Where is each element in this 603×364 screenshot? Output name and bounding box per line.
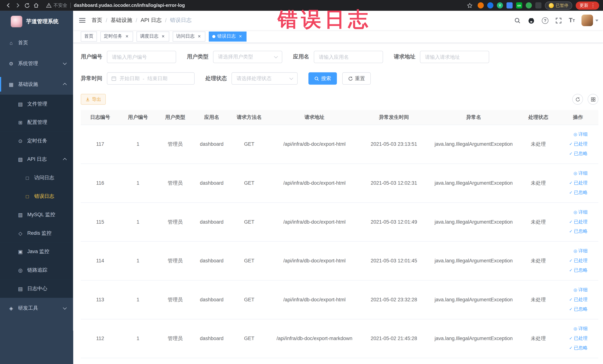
action-detail-link[interactable]: ◎详细	[559, 285, 588, 295]
cell-method: GET	[229, 164, 269, 202]
sidebar-item-config[interactable]: ⊞配置管理	[0, 113, 73, 132]
navbar: 首页/基础设施/API 日志/错误日志 ? TT	[73, 11, 603, 30]
breadcrumb-item[interactable]: 首页	[92, 17, 102, 24]
sidebar-item-access-log[interactable]: □访问日志	[0, 169, 73, 187]
action-detail-link[interactable]: ◎详细	[559, 207, 588, 217]
help-icon[interactable]: ?	[538, 11, 552, 30]
extension-leaf-icon[interactable]	[526, 2, 532, 8]
breadcrumb-item[interactable]: 基础设施	[111, 17, 132, 24]
log-center-icon: ▤	[17, 286, 24, 292]
update-label: 更新	[580, 2, 588, 8]
action-label: 已处理	[574, 297, 588, 302]
action-processed-link[interactable]: ✓已处理	[559, 334, 588, 343]
sidebar-item-home[interactable]: ⌂首页	[0, 32, 73, 53]
home-browser-icon[interactable]	[32, 1, 41, 10]
extension-blue-icon[interactable]	[487, 2, 493, 8]
tag-首页[interactable]: 首页	[81, 31, 97, 41]
sidebar-item-java[interactable]: ▣Java 监控	[0, 242, 73, 261]
close-icon[interactable]: ×	[124, 34, 129, 39]
user-type-select[interactable]: 请选择用户类型	[213, 51, 282, 63]
sidebar-item-log-center[interactable]: ▤日志中心	[0, 279, 73, 298]
site-security[interactable]: 不安全	[46, 2, 67, 9]
action-detail-link[interactable]: ◎详细	[559, 130, 588, 139]
check-icon: ✓	[569, 258, 573, 263]
close-icon[interactable]: ×	[238, 34, 243, 39]
action-ignored-link[interactable]: ✓已忽略	[559, 188, 588, 198]
reload-icon[interactable]	[22, 1, 32, 10]
search-icon[interactable]	[511, 11, 524, 30]
refresh-table-button[interactable]	[572, 94, 583, 105]
action-ignored-link[interactable]: ✓已忽略	[559, 266, 588, 275]
cell-exception: java.lang.IllegalArgumentException	[428, 319, 519, 358]
sidebar-item-devtools[interactable]: ◈研发工具	[0, 298, 73, 318]
calendar-icon	[111, 76, 116, 81]
update-button[interactable]: 更新 ⋮	[576, 1, 599, 10]
sidebar-item-redis[interactable]: ◇Redis 监控	[0, 224, 73, 243]
action-processed-link[interactable]: ✓已处理	[559, 256, 588, 266]
process-status-select[interactable]: 请选择处理状态	[232, 72, 298, 84]
refresh-icon	[575, 97, 580, 102]
reset-button[interactable]: 重置	[342, 72, 371, 84]
app-name-label: 应用名	[293, 53, 309, 60]
exception-time-range[interactable]: 开始日期 - 结束日期	[107, 72, 195, 84]
action-ignored-link[interactable]: ✓已忽略	[559, 149, 588, 159]
avatar[interactable]	[581, 15, 593, 26]
bookmark-star-icon[interactable]	[465, 1, 474, 10]
close-icon[interactable]: ×	[160, 34, 166, 39]
action-processed-link[interactable]: ✓已处理	[559, 178, 588, 188]
action-processed-link[interactable]: ✓已处理	[559, 139, 588, 149]
sidebar-item-api-log[interactable]: ▧API 日志	[0, 150, 73, 169]
hamburger-icon[interactable]	[73, 11, 92, 30]
folder-icon: ▤	[17, 101, 24, 107]
sidebar-item-file[interactable]: ▤文件管理	[0, 94, 73, 113]
action-ignored-link[interactable]: ✓已忽略	[559, 343, 588, 353]
action-detail-link[interactable]: ◎详细	[559, 324, 588, 334]
table-row: 1121管理员dashboardGET/api/infra/db-doc/exp…	[81, 319, 598, 358]
address-url[interactable]: dashboard.yudao.iocoder.cn/infra/log/api…	[74, 3, 185, 8]
sidebar-item-mysql[interactable]: ▥MySQL 监控	[0, 205, 73, 224]
extension-pin-icon[interactable]	[535, 2, 542, 8]
action-detail-link[interactable]: ◎详细	[559, 246, 588, 256]
chevron-down-icon	[63, 61, 67, 65]
security-label: 不安全	[53, 2, 67, 9]
fullscreen-icon[interactable]	[552, 11, 565, 30]
sidebar-item-label: 研发工具	[18, 305, 38, 312]
extension-on-badge-icon[interactable]: on	[516, 2, 522, 8]
action-processed-link[interactable]: ✓已处理	[559, 217, 588, 227]
extension-green-v-icon[interactable]: V	[497, 2, 503, 8]
sidebar-logo[interactable]: 芋道管理系统	[0, 11, 73, 32]
tag-访问日志[interactable]: 访问日志×	[173, 31, 205, 41]
search-button[interactable]: 搜索	[308, 72, 337, 84]
user-id-input[interactable]	[107, 51, 176, 63]
sidebar-item-job[interactable]: ⊙定时任务	[0, 132, 73, 150]
forward-icon[interactable]	[13, 1, 23, 10]
tag-定时任务[interactable]: 定时任务×	[100, 31, 133, 41]
extension-grid-icon[interactable]	[506, 2, 512, 8]
breadcrumb-item[interactable]: API 日志	[141, 17, 162, 24]
sidebar-item-trace[interactable]: ◎链路追踪	[0, 261, 73, 280]
check-icon: ✓	[569, 190, 573, 195]
app-name-input[interactable]	[314, 51, 383, 63]
export-button[interactable]: 导出	[81, 94, 106, 105]
caret-down-icon[interactable]	[595, 20, 599, 21]
extensions-strip: Von	[478, 2, 542, 8]
close-icon[interactable]: ×	[197, 34, 202, 39]
logo-title: 芋道管理系统	[26, 18, 58, 25]
font-size-icon[interactable]: TT	[565, 11, 578, 30]
action-ignored-link[interactable]: ✓已忽略	[559, 227, 588, 236]
column-settings-button[interactable]	[588, 94, 598, 105]
tag-调度日志[interactable]: 调度日志×	[136, 31, 169, 41]
extension-orange-icon[interactable]	[478, 2, 484, 8]
sidebar-item-infra[interactable]: ▦基础设施	[0, 74, 73, 94]
back-icon[interactable]	[4, 1, 13, 10]
tag-错误日志[interactable]: 错误日志×	[209, 31, 246, 41]
sidebar-item-system[interactable]: ⚙系统管理	[0, 53, 73, 74]
request-url-input[interactable]	[420, 51, 489, 63]
action-processed-link[interactable]: ✓已处理	[559, 295, 588, 304]
sidebar-item-error-log[interactable]: □错误日志	[0, 187, 73, 205]
paused-badge[interactable]: 已暂停	[545, 1, 572, 10]
action-label: 已处理	[574, 335, 588, 341]
action-ignored-link[interactable]: ✓已忽略	[559, 304, 588, 314]
action-detail-link[interactable]: ◎详细	[559, 169, 588, 178]
github-icon[interactable]	[524, 11, 538, 30]
